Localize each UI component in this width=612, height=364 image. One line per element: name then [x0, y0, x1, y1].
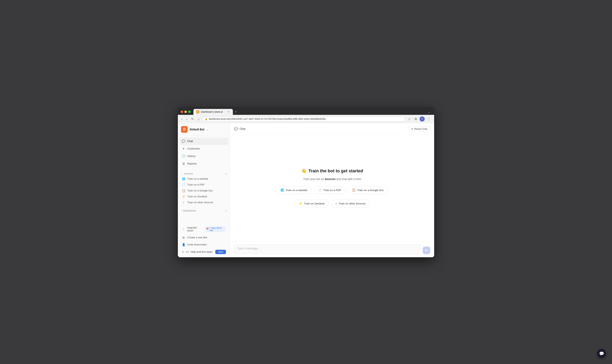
destinations-label: Destinations [183, 209, 196, 212]
train-google-button[interactable]: 📋 Train on a Google Doc [348, 186, 388, 194]
train-zendesk-label: Train on Zendesk [304, 202, 325, 205]
sidebar-source-pdf[interactable]: 📄 Train on a PDF [180, 182, 228, 188]
send-icon [425, 249, 428, 252]
address-bar[interactable]: 🔒 dashboard.eesel.ai/v2/bfe2fd39-11a7-4d… [202, 117, 405, 121]
pdf-source-label: Train on a PDF [187, 183, 205, 186]
history-nav-label: History [187, 155, 196, 157]
bookmark-icon[interactable]: ☆ [407, 117, 412, 122]
upgrade-label: Upgrade eesel [187, 226, 203, 232]
history-nav-icon: 🕐 [182, 155, 185, 158]
view-button[interactable]: View [215, 250, 226, 254]
new-tab-button[interactable]: + [233, 109, 239, 115]
browser-toolbar: ‹ › ↻ ⌂ 🔒 dashboard.eesel.ai/v2/bfe2fd39… [178, 115, 434, 123]
google-source-label: Train on a Google Doc [187, 189, 213, 192]
create-bot-icon: ⊞ [182, 236, 185, 239]
sidebar-source-other[interactable]: + Train on other Sources [180, 199, 228, 206]
create-bot-label: Create a new Bot [187, 236, 207, 239]
sources-section: ⌄ Sources + 🌐 Train on a website 📄 Train… [178, 170, 230, 206]
invite-label: Invite teammates [187, 243, 207, 246]
reset-icon: ↺ [411, 128, 413, 130]
train-zendesk-button[interactable]: ⚡ Train on Zendesk [295, 199, 329, 208]
sources-add-icon[interactable]: + [225, 172, 227, 175]
refresh-button[interactable]: ↻ [190, 117, 195, 121]
sidebar-nav: 💬 Chat ✦ Customize 🕐 History ⊞ Reports [178, 136, 230, 169]
sidebar: D Default Bot ⌄ 💬 Chat ✦ Customize 🕐 His… [178, 123, 230, 257]
customize-nav-label: Customize [187, 147, 200, 150]
browser-menu-icon[interactable]: ⌄ [428, 110, 431, 114]
invite-item[interactable]: 👤 Invite teammates [180, 242, 228, 248]
sidebar-footer: ↑ Upgrade eesel 📅 7 days left in trial ⊞… [178, 222, 230, 257]
train-website-button[interactable]: 🌐 Train on a website [276, 186, 312, 194]
home-button[interactable]: ⌂ [197, 117, 201, 121]
destinations-add-icon[interactable]: + [225, 209, 227, 212]
sidebar-item-reports[interactable]: ⊞ Reports [179, 160, 228, 167]
bot-avatar: D [181, 126, 188, 133]
bot-dropdown-icon[interactable]: ⌄ [206, 128, 208, 131]
sources-section-header[interactable]: ⌄ Sources + [180, 171, 228, 176]
page-title: Chat [240, 127, 245, 130]
train-other-label: Train on other Sources [339, 202, 366, 205]
back-button[interactable]: ‹ [180, 117, 184, 121]
subtext-bold: Sources [325, 178, 336, 181]
toolbar-actions: ☆ ⧉ I ⋮ [407, 117, 432, 122]
sidebar-source-google[interactable]: 📋 Train on a Google Doc [180, 188, 228, 194]
sidebar-item-customize[interactable]: ✦ Customize [179, 145, 228, 152]
subtext-before: Train your bot on [303, 178, 325, 181]
reports-nav-label: Reports [187, 162, 197, 165]
chat-widget-bubble[interactable]: 💬 [597, 349, 606, 358]
extensions-icon[interactable]: ⧉ [413, 117, 418, 121]
wave-emoji: 👋 [301, 169, 306, 173]
chat-input[interactable] [234, 244, 421, 254]
chat-widget-icon: 💬 [599, 351, 604, 356]
destinations-section-title: › Destinations [181, 209, 196, 212]
train-other-button[interactable]: + Train on other Sources [331, 199, 370, 208]
active-tab[interactable]: e Dashboard | eesel.ai ✕ [193, 109, 233, 115]
chat-nav-icon: 💬 [182, 140, 185, 143]
forward-button[interactable]: › [185, 117, 189, 121]
train-pdf-button[interactable]: 📄 Train on a PDF [314, 186, 345, 194]
sidebar-source-website[interactable]: 🌐 Train on a website [180, 176, 228, 182]
help-label: Help and first steps [191, 250, 214, 253]
train-google-icon: 📋 [352, 188, 356, 192]
browser-window: e Dashboard | eesel.ai ✕ + ⌄ ‹ › ↻ ⌂ 🔒 d… [178, 107, 434, 257]
tab-close-icon[interactable]: ✕ [227, 110, 230, 114]
minimize-button[interactable] [184, 110, 187, 113]
send-button[interactable] [423, 247, 430, 254]
lock-icon: 🔒 [205, 118, 208, 120]
create-bot-item[interactable]: ⊞ Create a new Bot [180, 234, 228, 241]
website-source-icon: 🌐 [182, 177, 185, 181]
sources-chevron-icon: ⌄ [181, 172, 183, 175]
train-zendesk-icon: ⚡ [299, 202, 302, 205]
more-menu-icon[interactable]: ⋮ [426, 117, 432, 122]
chat-area: 👋 Train the bot to get started Train you… [230, 135, 434, 241]
chat-nav-label: Chat [187, 140, 193, 143]
train-buttons-row-2: ⚡ Train on Zendesk + Train on other Sour… [295, 199, 370, 208]
close-button[interactable] [181, 110, 183, 113]
steps-icon: ✦ [182, 250, 184, 254]
destinations-chevron-icon: › [181, 209, 182, 212]
sources-section-title: ⌄ Sources [181, 172, 193, 175]
main-content: 💬 Chat ↺ Reset Chat 👋 Train the bot to g… [230, 123, 434, 257]
sidebar-item-history[interactable]: 🕐 History [179, 153, 228, 160]
train-buttons-row: 🌐 Train on a website 📄 Train on a PDF 📋 … [276, 186, 388, 194]
sidebar-item-chat[interactable]: 💬 Chat [179, 138, 228, 145]
reset-chat-button[interactable]: ↺ Reset Chat [408, 126, 430, 132]
tab-favicon: e [196, 110, 199, 114]
reports-nav-icon: ⊞ [182, 162, 185, 166]
main-header: 💬 Chat ↺ Reset Chat [230, 123, 434, 135]
other-source-label: Train on other Sources [187, 201, 213, 204]
main-header-title: 💬 Chat [234, 127, 245, 131]
profile-icon[interactable]: I [420, 117, 425, 121]
zendesk-source-label: Train on Zendesk [187, 195, 207, 198]
destinations-section-header[interactable]: › Destinations + [180, 208, 228, 213]
upgrade-item[interactable]: ↑ Upgrade eesel 📅 7 days left in trial [180, 224, 228, 234]
train-website-label: Train on a website [286, 189, 307, 192]
traffic-lights [181, 110, 191, 113]
fullscreen-button[interactable] [188, 110, 191, 113]
upgrade-icon: ↑ [182, 228, 185, 231]
train-other-icon: + [335, 202, 337, 205]
train-website-icon: 🌐 [280, 188, 284, 192]
app-container: D Default Bot ⌄ 💬 Chat ✦ Customize 🕐 His… [178, 123, 434, 257]
sidebar-source-zendesk[interactable]: ⚡ Train on Zendesk [180, 194, 228, 199]
pdf-source-icon: 📄 [182, 183, 185, 186]
